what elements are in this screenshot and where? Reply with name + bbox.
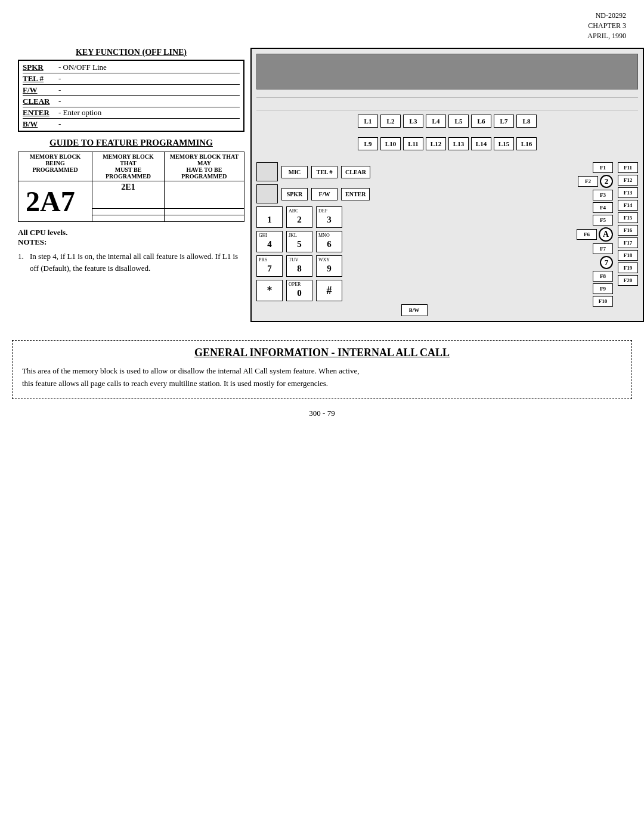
guide-col3-header: MEMORY BLOCK THAT MAYHAVE TO BE PROGRAMM…	[164, 152, 244, 181]
key-4[interactable]: GHI 4	[256, 231, 283, 252]
bottom-box-text2: this feature allows all page calls to re…	[22, 378, 622, 390]
l-btn-L9[interactable]: L9	[358, 137, 378, 150]
l-btn-L16[interactable]: L16	[516, 137, 537, 150]
key-mic[interactable]: MIC	[281, 166, 308, 178]
f-key-F13[interactable]: F13	[618, 187, 638, 198]
key-1[interactable]: 1	[256, 206, 283, 228]
guide-small-value: 2E1	[92, 181, 165, 209]
f-key-F16[interactable]: F16	[618, 225, 638, 236]
l-btn-L13[interactable]: L13	[448, 137, 469, 150]
f-key-F20[interactable]: F20	[618, 275, 638, 286]
f-key-F8[interactable]: F8	[593, 271, 613, 282]
kf-item-spkr: SPKR - ON/OFF Line	[23, 62, 240, 73]
kf-key-spkr: SPKR	[23, 63, 58, 72]
cpu-line: All CPU levels.	[18, 228, 244, 237]
f-key-F1[interactable]: F1	[593, 162, 613, 173]
key-0[interactable]: OPER 0	[286, 280, 312, 301]
l-btn-L6[interactable]: L6	[471, 115, 491, 128]
key-hash[interactable]: #	[316, 280, 342, 301]
l-btn-L4[interactable]: L4	[426, 115, 446, 128]
kf-item-bw: B/W -	[23, 119, 240, 129]
f-key-F5[interactable]: F5	[593, 215, 613, 226]
f-key-F12[interactable]: F12	[618, 175, 638, 186]
key-function-title: KEY FUNCTION (OFF LINE)	[18, 48, 244, 57]
page-number: 300 - 79	[0, 409, 644, 424]
f-key-F19[interactable]: F19	[618, 262, 638, 273]
key-star[interactable]: *	[256, 280, 283, 301]
f6-row: F6 A	[577, 227, 613, 242]
f-key-F9[interactable]: F9	[593, 283, 613, 294]
f-key-F4[interactable]: F4	[593, 202, 613, 213]
f-key-F2[interactable]: F2	[578, 176, 598, 187]
kf-key-tel: TEL #	[23, 74, 58, 84]
keypad-left-section: MIC TEL # CLEAR SPKR F/W ENTER 1 ABC 2	[256, 162, 572, 316]
key-9[interactable]: WXY 9	[316, 255, 342, 277]
chapter: CHAPTER 3	[587, 21, 626, 31]
f5-row: F5	[593, 215, 613, 226]
key-enter[interactable]: ENTER	[341, 188, 370, 200]
l-btn-L12[interactable]: L12	[426, 137, 446, 150]
key-clear[interactable]: CLEAR	[341, 166, 370, 178]
guide-title: GUIDE TO FEATURE PROGRAMMING	[18, 138, 244, 148]
note-item-1: 1. In step 4, if L1 is on, the internal …	[18, 251, 244, 274]
guide-col1-header: MEMORY BLOCK BEINGPROGRAMMED	[18, 152, 92, 181]
f-key-F6[interactable]: F6	[577, 229, 597, 240]
l-btn-L3[interactable]: L3	[403, 115, 423, 128]
f-key-F17[interactable]: F17	[618, 237, 638, 248]
guide-col2-row2	[92, 209, 165, 215]
l-btn-L11[interactable]: L11	[403, 137, 423, 150]
page-header: ND-20292 CHAPTER 3 APRIL, 1990	[587, 11, 626, 41]
kf-item-tel: TEL # -	[23, 73, 240, 85]
extra-key-1	[256, 162, 278, 181]
key-2[interactable]: ABC 2	[286, 206, 312, 228]
badge-2: 2	[600, 175, 613, 188]
f-key-F11[interactable]: F11	[618, 162, 638, 173]
kf-item-enter: ENTER - Enter option	[23, 107, 240, 119]
l-btn-L7[interactable]: L7	[494, 115, 514, 128]
note-1-text: In step 4, if L1 is on, the internal all…	[30, 251, 244, 274]
key-5[interactable]: JKL 5	[286, 231, 312, 252]
kf-key-clear: CLEAR	[23, 97, 58, 106]
key-6[interactable]: MNO 6	[316, 231, 342, 252]
key-7[interactable]: PRS 7	[256, 255, 283, 277]
key-tel-hash[interactable]: TEL #	[311, 166, 338, 178]
bottom-box-title: GENERAL INFORMATION - INTERNAL ALL CALL	[22, 347, 622, 359]
notes-list: 1. In step 4, if L1 is on, the internal …	[18, 251, 244, 274]
date: APRIL, 1990	[587, 31, 626, 41]
key-bw[interactable]: B/W	[401, 304, 428, 316]
l-btn-L15[interactable]: L15	[494, 137, 514, 150]
f-key-F3[interactable]: F3	[593, 190, 613, 200]
l-btn-L1[interactable]: L1	[358, 115, 378, 128]
key-spkr[interactable]: SPKR	[281, 188, 308, 200]
l-btn-L5[interactable]: L5	[448, 115, 469, 128]
kf-item-fw: F/W -	[23, 85, 240, 96]
bottom-box-text1: This area of the memory block is used to…	[22, 365, 622, 378]
key-3[interactable]: DEF 3	[316, 206, 342, 228]
key-8[interactable]: TUV 8	[286, 255, 312, 277]
f-key-F15[interactable]: F15	[618, 212, 638, 223]
badge-7: 7	[600, 256, 613, 269]
guide-big-value: 2A7	[18, 181, 92, 222]
f10-row: F10	[593, 296, 613, 307]
f-key-F18[interactable]: F18	[618, 250, 638, 261]
f-key-F10[interactable]: F10	[593, 296, 613, 307]
l-btn-L2[interactable]: L2	[380, 115, 401, 128]
f-keys-col: F1 F2 2 F3 F4 F5 F6 A	[577, 162, 613, 316]
l-btn-L14[interactable]: L14	[471, 137, 491, 150]
l-btn-L8[interactable]: L8	[516, 115, 537, 128]
key-fw[interactable]: F/W	[311, 188, 338, 200]
kf-item-clear: CLEAR -	[23, 96, 240, 107]
f4-row: F4	[593, 202, 613, 213]
kf-key-fw: F/W	[23, 85, 58, 95]
f7-row: F7	[593, 243, 613, 254]
f9-row: F9	[593, 283, 613, 294]
f-keys-right-col: F11 F12 F13 F14 F15 F16 F17 F18 F19 F20	[618, 162, 638, 316]
l-btn-L10[interactable]: L10	[380, 137, 401, 150]
kf-key-enter: ENTER	[23, 108, 58, 118]
phone-display	[256, 54, 638, 89]
bottom-box: GENERAL INFORMATION - INTERNAL ALL CALL …	[12, 340, 632, 399]
f-key-F14[interactable]: F14	[618, 200, 638, 211]
f-key-F7[interactable]: F7	[593, 243, 613, 254]
notes-label: NOTES:	[18, 237, 244, 247]
f8-row: F8	[593, 271, 613, 282]
